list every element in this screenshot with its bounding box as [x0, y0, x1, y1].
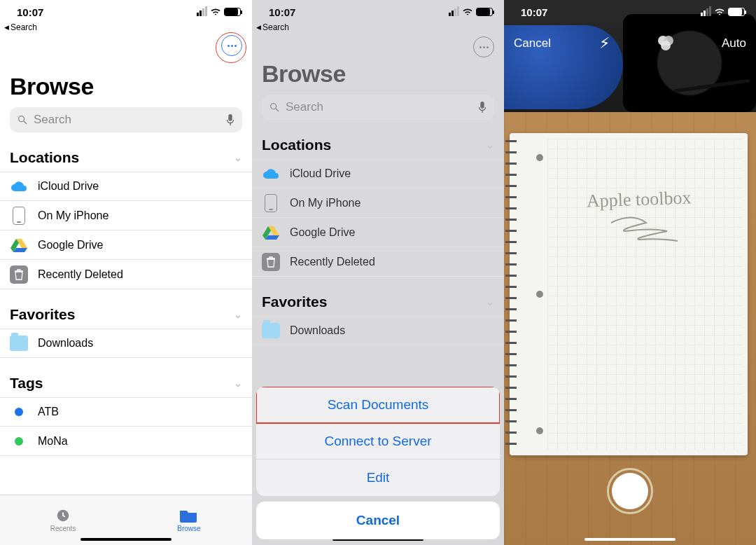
cell-signal-icon	[449, 8, 459, 16]
status-bar: 10:07	[252, 0, 504, 21]
sheet-edit[interactable]: Edit	[256, 460, 500, 496]
status-bar: 10:07	[504, 0, 756, 21]
chevron-down-icon: ⌄	[234, 378, 242, 389]
chevron-down-icon: ⌄	[486, 139, 494, 151]
locations-list: iCloud Drive On My iPhone Google Drive R…	[0, 172, 252, 289]
battery-icon	[728, 8, 745, 16]
chevron-down-icon: ⌄	[234, 152, 242, 163]
tags-header[interactable]: Tags ⌄	[0, 375, 252, 392]
favorites-header[interactable]: Favorites ⌄	[0, 306, 252, 323]
google-drive-icon	[262, 223, 280, 242]
favorites-header[interactable]: Favorites⌄	[252, 294, 504, 310]
cell-signal-icon	[197, 8, 207, 16]
location-on-my-iphone[interactable]: On My iPhone	[252, 188, 504, 218]
search-input[interactable]: Search	[262, 95, 494, 120]
screenshot-files-browse: 10:07 ◀ Search Browse Search Locations ⌄…	[0, 0, 252, 545]
chevron-down-icon: ⌄	[234, 309, 242, 320]
downloads-folder-icon	[10, 334, 28, 352]
back-label: Search	[10, 22, 37, 32]
status-time: 10:07	[269, 6, 295, 18]
page-title: Browse	[262, 60, 346, 88]
shutter-button[interactable]	[607, 468, 653, 514]
location-icloud[interactable]: iCloud Drive	[0, 172, 252, 201]
svg-rect-2	[228, 114, 232, 121]
svg-point-7	[271, 104, 276, 109]
location-recently-deleted[interactable]: Recently Deleted	[0, 260, 252, 289]
notebook-subject: Apple toolbox	[510, 133, 748, 455]
wifi-icon	[462, 8, 473, 16]
search-placeholder: Search	[34, 113, 71, 127]
locations-header[interactable]: Locations⌄	[252, 137, 504, 153]
camera-top-bar: Cancel ⚡︎ Auto	[504, 27, 756, 60]
location-google-drive[interactable]: Google Drive	[0, 230, 252, 260]
location-recently-deleted[interactable]: Recently Deleted	[252, 247, 504, 277]
camera-auto-button[interactable]: Auto	[722, 36, 746, 50]
search-icon	[17, 114, 28, 125]
svg-rect-9	[480, 102, 484, 109]
handwriting: Apple toolbox	[587, 187, 692, 212]
action-sheet: Scan Documents Connect to Server Edit Ca…	[256, 387, 500, 539]
more-menu-button[interactable]	[473, 36, 494, 57]
google-drive-icon	[10, 236, 28, 254]
home-indicator[interactable]	[80, 538, 172, 541]
icloud-icon	[262, 165, 280, 183]
status-bar: 10:07	[0, 0, 252, 21]
sheet-scan-documents[interactable]: Scan Documents	[256, 387, 500, 423]
back-to-search[interactable]: ◀ Search	[0, 21, 252, 34]
wifi-icon	[210, 8, 221, 16]
location-on-my-iphone[interactable]: On My iPhone	[0, 201, 252, 230]
location-icloud[interactable]: iCloud Drive	[252, 159, 504, 188]
back-to-search[interactable]: ◀ Search	[252, 21, 504, 34]
location-google-drive[interactable]: Google Drive	[252, 218, 504, 247]
status-time: 10:07	[17, 6, 43, 18]
svg-point-0	[19, 116, 24, 122]
battery-icon	[476, 8, 493, 16]
cell-signal-icon	[701, 8, 711, 16]
svg-line-1	[24, 121, 27, 124]
folder-icon	[180, 508, 198, 523]
mic-icon[interactable]	[225, 113, 235, 126]
downloads-folder-icon	[262, 322, 280, 340]
favorite-downloads[interactable]: Downloads	[0, 329, 252, 358]
sheet-cancel[interactable]: Cancel	[256, 502, 500, 539]
clock-icon	[54, 508, 72, 523]
status-time: 10:07	[521, 6, 547, 18]
trash-icon	[10, 265, 28, 284]
search-input[interactable]: Search	[10, 107, 242, 132]
ellipsis-icon	[227, 45, 237, 47]
battery-icon	[224, 8, 241, 16]
tag-dot-green-icon	[10, 432, 28, 450]
iphone-icon	[10, 207, 28, 225]
locations-header[interactable]: Locations ⌄	[0, 149, 252, 166]
tag-dot-blue-icon	[10, 403, 28, 421]
screenshot-scan-camera: Apple toolbox 10:07 Cancel ⚡︎ Auto	[504, 0, 756, 545]
trash-icon	[262, 253, 280, 271]
more-menu-button[interactable]	[221, 35, 242, 56]
mic-icon[interactable]	[477, 101, 487, 113]
filters-icon[interactable]	[658, 36, 673, 51]
page-title: Browse	[10, 73, 94, 100]
search-icon	[269, 102, 280, 113]
tag-mona[interactable]: MoNa	[0, 427, 252, 456]
favorite-downloads[interactable]: Downloads	[252, 316, 504, 345]
tag-atb[interactable]: ATB	[0, 397, 252, 427]
back-chevron-icon: ◀	[256, 24, 261, 31]
icloud-icon	[10, 177, 28, 195]
sheet-connect-to-server[interactable]: Connect to Server	[256, 423, 500, 460]
flash-icon[interactable]: ⚡︎	[599, 34, 610, 53]
iphone-icon	[262, 194, 280, 212]
screenshot-files-action-sheet: 10:07 ◀ Search Browse Search Locations⌄ …	[252, 0, 504, 545]
camera-viewfinder: Apple toolbox	[504, 0, 756, 545]
camera-cancel-button[interactable]: Cancel	[514, 36, 551, 50]
ellipsis-icon	[479, 46, 489, 48]
svg-line-8	[276, 109, 279, 111]
wifi-icon	[714, 8, 725, 16]
chevron-down-icon: ⌄	[486, 296, 494, 308]
home-indicator[interactable]	[584, 538, 676, 541]
back-chevron-icon: ◀	[4, 24, 9, 31]
